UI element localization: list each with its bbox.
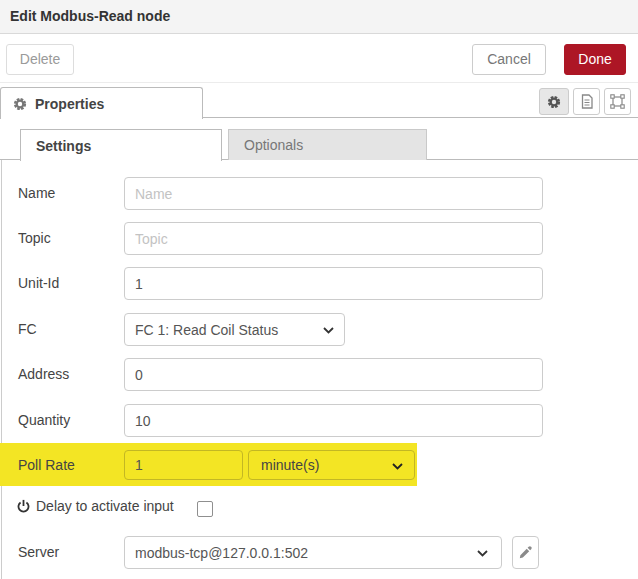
dialog-title: Edit Modbus-Read node <box>10 0 638 32</box>
edit-node-dialog: Edit Modbus-Read node Delete Cancel Done… <box>0 0 638 579</box>
tab-optionals[interactable]: Optionals <box>228 129 427 160</box>
server-select[interactable]: modbus-tcp@127.0.0.1:502 <box>124 536 502 569</box>
server-edit-button[interactable] <box>512 536 539 569</box>
gear-icon <box>547 95 561 109</box>
delay-row: Delay to activate input <box>17 498 174 514</box>
name-label: Name <box>18 177 55 210</box>
quantity-input[interactable] <box>124 404 543 437</box>
description-pane-button[interactable] <box>573 88 600 115</box>
chevron-down-icon <box>323 327 334 334</box>
done-button[interactable]: Done <box>564 44 626 75</box>
tab-settings-label: Settings <box>36 138 91 154</box>
doc-icon <box>580 94 594 109</box>
tab-settings[interactable]: Settings <box>20 129 222 161</box>
pane-left-border <box>1 160 2 579</box>
poll-rate-unit-value: minute(s) <box>261 457 319 473</box>
fc-label: FC <box>18 313 37 346</box>
server-label: Server <box>18 536 59 569</box>
name-input[interactable] <box>124 177 543 210</box>
delete-button[interactable]: Delete <box>6 44 74 75</box>
tab-properties-label: Properties <box>35 96 104 112</box>
address-label: Address <box>18 358 69 391</box>
topic-label: Topic <box>18 222 51 255</box>
editor-tab-bar: Properties <box>0 85 638 118</box>
power-icon <box>17 499 30 513</box>
poll-rate-unit-select[interactable]: minute(s) <box>248 450 415 480</box>
delay-checkbox[interactable] <box>197 501 213 517</box>
tab-properties[interactable]: Properties <box>0 87 203 119</box>
pencil-icon <box>519 546 532 559</box>
gear-icon <box>13 97 27 111</box>
properties-pane-button[interactable] <box>539 88 569 115</box>
appearance-pane-button[interactable] <box>604 88 631 115</box>
unit-id-input[interactable] <box>124 267 543 300</box>
appearance-icon <box>610 94 625 109</box>
chevron-down-icon <box>477 550 488 557</box>
address-input[interactable] <box>124 358 543 391</box>
cancel-button[interactable]: Cancel <box>472 44 546 75</box>
settings-tab-bar: Settings Optionals <box>0 118 638 160</box>
dialog-button-bar: Delete Cancel Done <box>0 34 638 83</box>
poll-rate-input[interactable] <box>124 450 243 480</box>
dialog-header: Edit Modbus-Read node <box>0 0 638 34</box>
server-select-value: modbus-tcp@127.0.0.1:502 <box>135 545 308 561</box>
chevron-down-icon <box>392 463 403 470</box>
poll-rate-label: Poll Rate <box>18 450 75 480</box>
unit-id-label: Unit-Id <box>18 267 59 300</box>
fc-select[interactable]: FC 1: Read Coil Status <box>124 313 345 346</box>
topic-input[interactable] <box>124 222 543 255</box>
fc-select-value: FC 1: Read Coil Status <box>135 322 278 338</box>
delay-label: Delay to activate input <box>36 498 174 514</box>
tab-optionals-label: Optionals <box>244 137 303 153</box>
quantity-label: Quantity <box>18 404 70 437</box>
